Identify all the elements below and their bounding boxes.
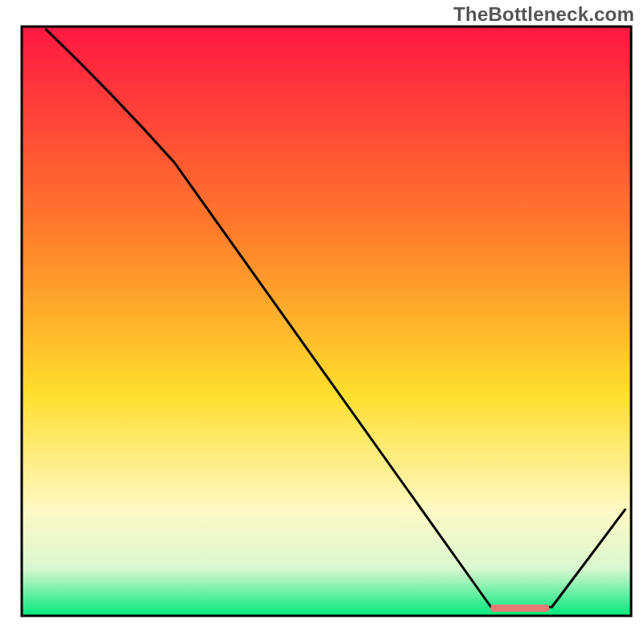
chart-container: { "attribution": "TheBottleneck.com", "c… xyxy=(0,0,644,644)
plot-area xyxy=(22,27,631,616)
chart-svg xyxy=(0,0,644,644)
gradient-background xyxy=(22,27,631,616)
